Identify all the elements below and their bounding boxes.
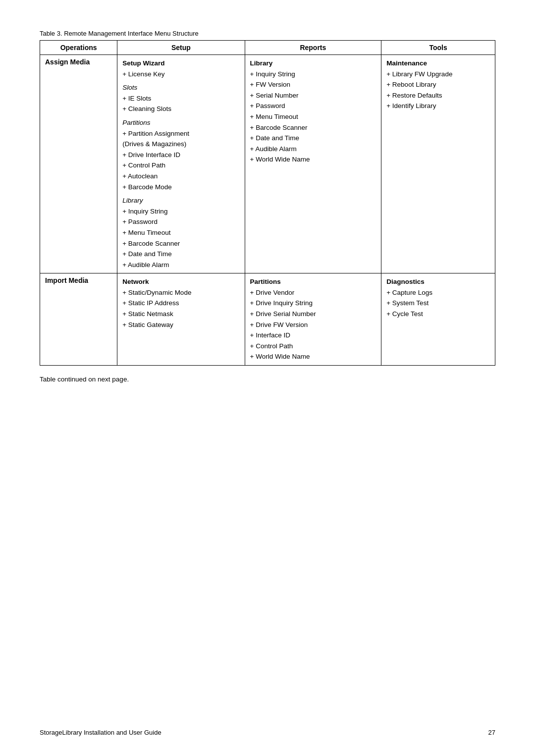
col-header-tools: Tools [381,41,495,55]
row1-operations: Assign Media [40,55,117,273]
row1-tools: Maintenance + Library FW Upgrade + Reboo… [381,55,495,273]
row2-operations: Import Media [40,273,117,366]
col-header-reports: Reports [245,41,381,55]
row2-setup: Network + Static/Dynamic Mode + Static I… [117,273,245,366]
table-note: Table continued on next page. [40,376,495,383]
table-caption: Table 3. Remote Management Interface Men… [40,30,495,37]
page-container: Table 3. Remote Management Interface Men… [0,0,535,756]
row2-tools: Diagnostics + Capture Logs + System Test… [381,273,495,366]
table-row-2: Import Media Network + Static/Dynamic Mo… [40,273,495,366]
menu-table: Operations Setup Reports Tools Assign Me… [40,40,495,366]
row2-reports: Partitions + Drive Vendor + Drive Inquir… [245,273,381,366]
footer-title: StorageLibrary Installation and User Gui… [40,729,161,736]
col-header-setup: Setup [117,41,245,55]
page-footer: StorageLibrary Installation and User Gui… [40,729,495,736]
row1-setup: Setup Wizard + License Key Slots + IE Sl… [117,55,245,273]
table-row-1: Assign Media Setup Wizard + License Key … [40,55,495,273]
row1-reports: Library + Inquiry String + FW Version + … [245,55,381,273]
footer-page: 27 [488,729,495,736]
col-header-operations: Operations [40,41,117,55]
